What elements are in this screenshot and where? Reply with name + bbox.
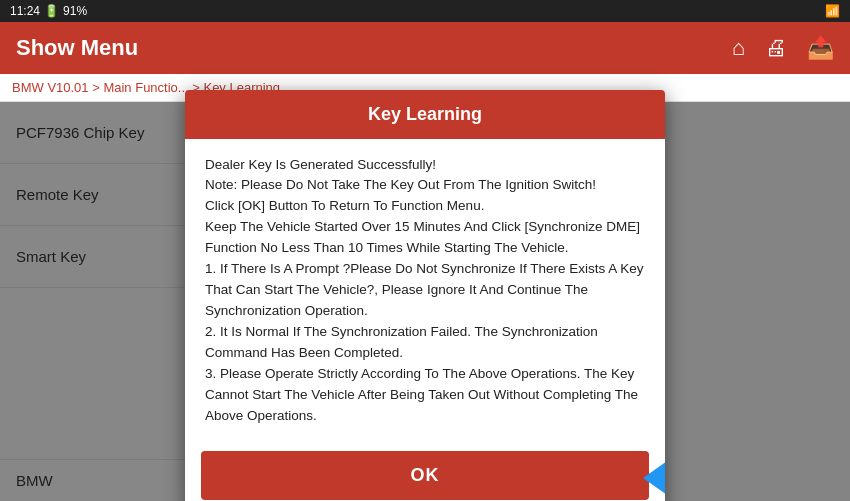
- battery-percent: 91%: [63, 4, 87, 18]
- app-title: Show Menu: [16, 35, 138, 61]
- battery-icon: 🔋: [44, 4, 59, 18]
- dialog-message: Dealer Key Is Generated Successfully! No…: [205, 157, 643, 423]
- status-left: 11:24 🔋 91%: [10, 4, 87, 18]
- status-bar: 11:24 🔋 91% 📶: [0, 0, 850, 22]
- status-right: 📶: [825, 4, 840, 18]
- arrow-container: [644, 450, 665, 501]
- time: 11:24: [10, 4, 40, 18]
- arrow-head: [643, 450, 665, 501]
- top-bar: Show Menu ⌂ 🖨 📤: [0, 22, 850, 74]
- dialog-title: Key Learning: [368, 104, 482, 124]
- dialog-header: Key Learning: [185, 90, 665, 139]
- dialog-footer: OK: [185, 443, 665, 502]
- dialog: Key Learning Dealer Key Is Generated Suc…: [185, 90, 665, 501]
- ok-button[interactable]: OK: [201, 451, 649, 500]
- dialog-body: Dealer Key Is Generated Successfully! No…: [185, 139, 665, 443]
- top-bar-icons: ⌂ 🖨 📤: [732, 35, 834, 61]
- wifi-icon: 📶: [825, 4, 840, 18]
- home-icon[interactable]: ⌂: [732, 35, 745, 61]
- main-area: PCF7936 Chip Key Remote Key Smart Key Ke…: [0, 102, 850, 501]
- print-icon[interactable]: 🖨: [765, 35, 787, 61]
- overlay: Key Learning Dealer Key Is Generated Suc…: [0, 102, 850, 501]
- export-icon[interactable]: 📤: [807, 35, 834, 61]
